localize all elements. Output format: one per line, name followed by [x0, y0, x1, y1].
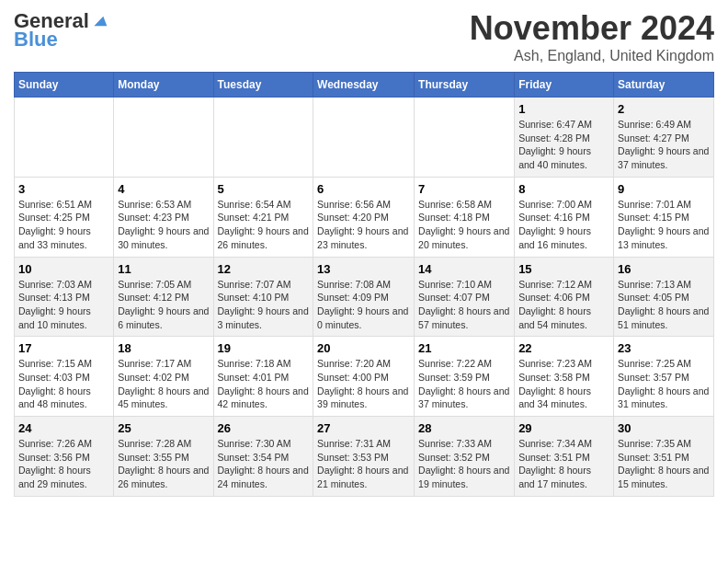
day-info: Sunrise: 7:18 AM Sunset: 4:01 PM Dayligh… — [218, 357, 310, 411]
calendar-day-cell — [15, 98, 114, 178]
day-info: Sunrise: 6:58 AM Sunset: 4:18 PM Dayligh… — [418, 198, 510, 252]
calendar-day-cell: 17Sunrise: 7:15 AM Sunset: 4:03 PM Dayli… — [15, 337, 114, 417]
calendar-day-cell: 2Sunrise: 6:49 AM Sunset: 4:27 PM Daylig… — [614, 98, 714, 178]
day-info: Sunrise: 7:22 AM Sunset: 3:59 PM Dayligh… — [418, 357, 510, 411]
calendar-table: SundayMondayTuesdayWednesdayThursdayFrid… — [14, 72, 714, 497]
day-info: Sunrise: 6:51 AM Sunset: 4:25 PM Dayligh… — [18, 198, 109, 252]
calendar-day-cell: 4Sunrise: 6:53 AM Sunset: 4:23 PM Daylig… — [114, 177, 213, 257]
day-info: Sunrise: 7:28 AM Sunset: 3:55 PM Dayligh… — [118, 437, 209, 491]
day-number: 4 — [118, 182, 209, 196]
logo: General Blue — [14, 9, 109, 52]
day-info: Sunrise: 7:12 AM Sunset: 4:06 PM Dayligh… — [518, 278, 609, 332]
day-number: 2 — [618, 102, 710, 116]
calendar-header-monday: Monday — [114, 73, 213, 98]
calendar-day-cell: 20Sunrise: 7:20 AM Sunset: 4:00 PM Dayli… — [313, 337, 415, 417]
day-number: 6 — [317, 182, 410, 196]
day-number: 24 — [18, 421, 109, 435]
day-info: Sunrise: 7:13 AM Sunset: 4:05 PM Dayligh… — [618, 278, 710, 332]
day-number: 17 — [18, 341, 109, 355]
day-number: 10 — [18, 262, 109, 276]
location: Ash, England, United Kingdom — [470, 48, 714, 64]
day-number: 25 — [118, 421, 209, 435]
logo-blue-text: Blue — [14, 28, 58, 52]
calendar-day-cell: 8Sunrise: 7:00 AM Sunset: 4:16 PM Daylig… — [515, 177, 614, 257]
day-info: Sunrise: 6:56 AM Sunset: 4:20 PM Dayligh… — [317, 198, 410, 252]
day-number: 16 — [618, 262, 710, 276]
calendar-day-cell: 12Sunrise: 7:07 AM Sunset: 4:10 PM Dayli… — [213, 257, 313, 337]
calendar-day-cell: 13Sunrise: 7:08 AM Sunset: 4:09 PM Dayli… — [313, 257, 415, 337]
day-info: Sunrise: 7:30 AM Sunset: 3:54 PM Dayligh… — [218, 437, 310, 491]
day-number: 29 — [518, 421, 609, 435]
calendar-day-cell: 10Sunrise: 7:03 AM Sunset: 4:13 PM Dayli… — [15, 257, 114, 337]
day-number: 19 — [218, 341, 310, 355]
day-info: Sunrise: 7:26 AM Sunset: 3:56 PM Dayligh… — [18, 437, 109, 491]
day-info: Sunrise: 7:00 AM Sunset: 4:16 PM Dayligh… — [518, 198, 609, 252]
day-info: Sunrise: 6:49 AM Sunset: 4:27 PM Dayligh… — [618, 118, 710, 172]
day-number: 7 — [418, 182, 510, 196]
calendar-day-cell: 1Sunrise: 6:47 AM Sunset: 4:28 PM Daylig… — [515, 98, 614, 178]
day-number: 9 — [618, 182, 710, 196]
calendar-header-sunday: Sunday — [15, 73, 114, 98]
logo-icon — [91, 12, 109, 30]
day-info: Sunrise: 6:47 AM Sunset: 4:28 PM Dayligh… — [518, 118, 609, 172]
calendar-day-cell: 27Sunrise: 7:31 AM Sunset: 3:53 PM Dayli… — [313, 417, 415, 497]
calendar-day-cell: 3Sunrise: 6:51 AM Sunset: 4:25 PM Daylig… — [15, 177, 114, 257]
day-info: Sunrise: 7:10 AM Sunset: 4:07 PM Dayligh… — [418, 278, 510, 332]
day-info: Sunrise: 7:34 AM Sunset: 3:51 PM Dayligh… — [518, 437, 609, 491]
calendar-day-cell: 29Sunrise: 7:34 AM Sunset: 3:51 PM Dayli… — [515, 417, 614, 497]
calendar-header-wednesday: Wednesday — [313, 73, 415, 98]
calendar-day-cell: 24Sunrise: 7:26 AM Sunset: 3:56 PM Dayli… — [15, 417, 114, 497]
day-number: 22 — [518, 341, 609, 355]
calendar-header-friday: Friday — [515, 73, 614, 98]
calendar-day-cell: 6Sunrise: 6:56 AM Sunset: 4:20 PM Daylig… — [313, 177, 415, 257]
day-info: Sunrise: 7:07 AM Sunset: 4:10 PM Dayligh… — [218, 278, 310, 332]
calendar-day-cell: 22Sunrise: 7:23 AM Sunset: 3:58 PM Dayli… — [515, 337, 614, 417]
calendar-day-cell: 21Sunrise: 7:22 AM Sunset: 3:59 PM Dayli… — [415, 337, 515, 417]
day-info: Sunrise: 7:33 AM Sunset: 3:52 PM Dayligh… — [418, 437, 510, 491]
calendar-week-row: 17Sunrise: 7:15 AM Sunset: 4:03 PM Dayli… — [15, 337, 714, 417]
day-info: Sunrise: 7:03 AM Sunset: 4:13 PM Dayligh… — [18, 278, 109, 332]
day-info: Sunrise: 7:17 AM Sunset: 4:02 PM Dayligh… — [118, 357, 209, 411]
day-info: Sunrise: 7:01 AM Sunset: 4:15 PM Dayligh… — [618, 198, 710, 252]
day-info: Sunrise: 7:23 AM Sunset: 3:58 PM Dayligh… — [518, 357, 609, 411]
calendar-day-cell: 19Sunrise: 7:18 AM Sunset: 4:01 PM Dayli… — [213, 337, 313, 417]
day-number: 1 — [518, 102, 609, 116]
header: General Blue November 2024 Ash, England,… — [14, 9, 714, 64]
day-number: 15 — [518, 262, 609, 276]
calendar-day-cell — [213, 98, 313, 178]
calendar-day-cell: 9Sunrise: 7:01 AM Sunset: 4:15 PM Daylig… — [614, 177, 714, 257]
calendar-header-saturday: Saturday — [614, 73, 714, 98]
month-title: November 2024 — [470, 9, 714, 48]
day-number: 11 — [118, 262, 209, 276]
day-info: Sunrise: 6:53 AM Sunset: 4:23 PM Dayligh… — [118, 198, 209, 252]
day-info: Sunrise: 7:15 AM Sunset: 4:03 PM Dayligh… — [18, 357, 109, 411]
calendar-week-row: 3Sunrise: 6:51 AM Sunset: 4:25 PM Daylig… — [15, 177, 714, 257]
day-info: Sunrise: 6:54 AM Sunset: 4:21 PM Dayligh… — [218, 198, 310, 252]
day-number: 20 — [317, 341, 410, 355]
day-number: 28 — [418, 421, 510, 435]
calendar-day-cell: 11Sunrise: 7:05 AM Sunset: 4:12 PM Dayli… — [114, 257, 213, 337]
calendar-day-cell: 30Sunrise: 7:35 AM Sunset: 3:51 PM Dayli… — [614, 417, 714, 497]
svg-marker-0 — [94, 17, 108, 27]
day-info: Sunrise: 7:05 AM Sunset: 4:12 PM Dayligh… — [118, 278, 209, 332]
day-number: 12 — [218, 262, 310, 276]
title-area: November 2024 Ash, England, United Kingd… — [470, 9, 714, 64]
calendar-day-cell: 18Sunrise: 7:17 AM Sunset: 4:02 PM Dayli… — [114, 337, 213, 417]
day-info: Sunrise: 7:25 AM Sunset: 3:57 PM Dayligh… — [618, 357, 710, 411]
calendar-header-thursday: Thursday — [415, 73, 515, 98]
day-number: 8 — [518, 182, 609, 196]
calendar-week-row: 24Sunrise: 7:26 AM Sunset: 3:56 PM Dayli… — [15, 417, 714, 497]
day-number: 21 — [418, 341, 510, 355]
calendar-day-cell: 15Sunrise: 7:12 AM Sunset: 4:06 PM Dayli… — [515, 257, 614, 337]
calendar-day-cell: 16Sunrise: 7:13 AM Sunset: 4:05 PM Dayli… — [614, 257, 714, 337]
calendar-day-cell: 23Sunrise: 7:25 AM Sunset: 3:57 PM Dayli… — [614, 337, 714, 417]
calendar-header-tuesday: Tuesday — [213, 73, 313, 98]
calendar-day-cell — [313, 98, 415, 178]
calendar-day-cell: 25Sunrise: 7:28 AM Sunset: 3:55 PM Dayli… — [114, 417, 213, 497]
calendar-header-row: SundayMondayTuesdayWednesdayThursdayFrid… — [15, 73, 714, 98]
calendar-day-cell — [415, 98, 515, 178]
day-info: Sunrise: 7:31 AM Sunset: 3:53 PM Dayligh… — [317, 437, 410, 491]
calendar-day-cell: 5Sunrise: 6:54 AM Sunset: 4:21 PM Daylig… — [213, 177, 313, 257]
calendar-day-cell: 14Sunrise: 7:10 AM Sunset: 4:07 PM Dayli… — [415, 257, 515, 337]
calendar-day-cell — [114, 98, 213, 178]
